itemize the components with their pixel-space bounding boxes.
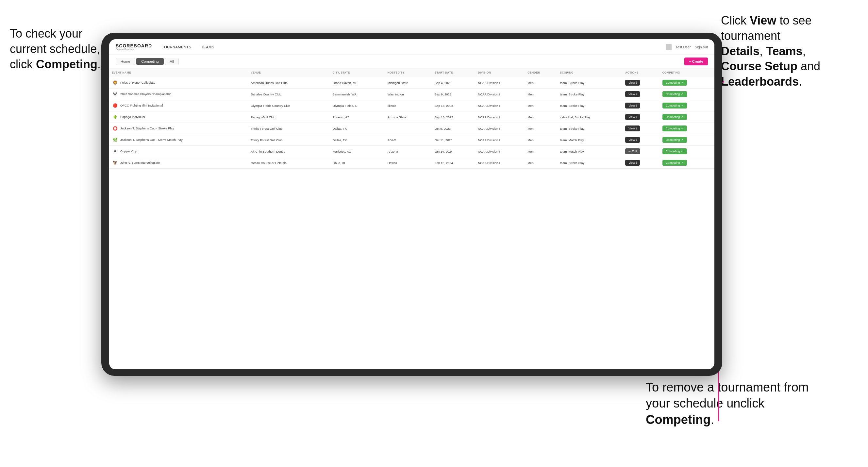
- gender-cell: Men: [525, 157, 557, 168]
- city-state-cell: Olympia Fields, IL: [330, 100, 385, 112]
- event-name-cell: 🌵Papago Individual: [109, 112, 248, 123]
- tab-competing[interactable]: Competing: [136, 58, 163, 65]
- navbar: SCOREBOARD Powered by clippi TOURNAMENTS…: [109, 39, 714, 55]
- scoring-cell: team, Stroke Play: [557, 157, 623, 168]
- event-name-cell: 🌿Jackson T. Stephens Cup - Men's Match P…: [109, 134, 248, 146]
- tab-home[interactable]: Home: [116, 58, 135, 65]
- city-state-cell: Maricopa, AZ: [330, 146, 385, 157]
- venue-cell: Sahalee Country Club: [248, 89, 330, 100]
- event-name: Copper Cup: [120, 149, 137, 153]
- nav-teams[interactable]: TEAMS: [201, 45, 214, 49]
- view-button[interactable]: View ℹ: [625, 137, 640, 143]
- tab-all[interactable]: All: [165, 58, 179, 65]
- team-logo: 🦁: [112, 80, 118, 86]
- col-actions: ACTIONS: [623, 68, 659, 77]
- team-logo: W: [112, 91, 118, 97]
- team-logo: 🌿: [112, 136, 118, 143]
- hosted-by-cell: ABAC: [385, 134, 432, 146]
- event-name: Jackson T. Stephens Cup - Men's Match Pl…: [120, 138, 183, 142]
- actions-cell: View ℹ: [623, 77, 659, 89]
- navbar-right: Test User Sign out: [666, 44, 708, 50]
- gender-cell: Men: [525, 77, 557, 89]
- competing-button[interactable]: Competing: [662, 91, 687, 97]
- city-state-cell: Dallas, TX: [330, 134, 385, 146]
- view-button[interactable]: View ℹ: [625, 80, 640, 86]
- hosted-by-cell: Arizona State: [385, 112, 432, 123]
- navbar-left: SCOREBOARD Powered by clippi TOURNAMENTS…: [116, 43, 214, 50]
- competing-cell: Competing: [660, 146, 714, 157]
- edit-button[interactable]: ✏ Edit: [625, 148, 640, 154]
- start-date-cell: Sep 18, 2023: [432, 112, 475, 123]
- division-cell: NCAA Division I: [475, 134, 525, 146]
- col-competing: COMPETING: [660, 68, 714, 77]
- view-button[interactable]: View ℹ: [625, 125, 640, 131]
- team-logo: 🔴: [112, 102, 118, 109]
- view-button[interactable]: View ℹ: [625, 160, 640, 166]
- start-date-cell: Feb 15, 2024: [432, 157, 475, 168]
- user-icon: [666, 44, 672, 50]
- scoring-cell: team, Stroke Play: [557, 89, 623, 100]
- team-logo: A: [112, 148, 118, 155]
- competing-cell: Competing: [660, 77, 714, 89]
- gender-cell: Men: [525, 123, 557, 134]
- gender-cell: Men: [525, 100, 557, 112]
- col-start-date: START DATE: [432, 68, 475, 77]
- logo-sub: Powered by clippi: [116, 48, 152, 50]
- event-name-cell: 🦅John A. Burns Intercollegiate: [109, 157, 248, 168]
- create-button[interactable]: + Create: [684, 58, 708, 65]
- competing-button[interactable]: Competing: [662, 137, 687, 143]
- table-row: 🦁Folds of Honor CollegiateAmerican Dunes…: [109, 77, 714, 89]
- annotation-top-right: Click View to see tournament Details, Te…: [721, 13, 858, 90]
- user-label: Test User: [676, 45, 690, 49]
- start-date-cell: Oct 9, 2023: [432, 123, 475, 134]
- gender-cell: Men: [525, 112, 557, 123]
- competing-button[interactable]: Competing: [662, 103, 687, 108]
- competing-button[interactable]: Competing: [662, 80, 687, 86]
- hosted-by-cell: Michigan State: [385, 77, 432, 89]
- venue-cell: Trinity Forest Golf Club: [248, 123, 330, 134]
- hosted-by-cell: [385, 123, 432, 134]
- competing-button[interactable]: Competing: [662, 125, 687, 131]
- event-name: OFCC Fighting Illini Invitational: [120, 103, 163, 107]
- competing-button[interactable]: Competing: [662, 148, 687, 154]
- table-row: 🌵Papago IndividualPapago Golf ClubPhoeni…: [109, 112, 714, 123]
- venue-cell: Ak-Chin Southern Dunes: [248, 146, 330, 157]
- scoring-cell: team, Stroke Play: [557, 100, 623, 112]
- division-cell: NCAA Division I: [475, 157, 525, 168]
- scoring-cell: individual, Stroke Play: [557, 112, 623, 123]
- table-body: 🦁Folds of Honor CollegiateAmerican Dunes…: [109, 77, 714, 168]
- competing-button[interactable]: Competing: [662, 114, 687, 120]
- venue-cell: Trinity Forest Golf Club: [248, 134, 330, 146]
- venue-cell: Ocean Course At Hokuala: [248, 157, 330, 168]
- team-logo: 🌵: [112, 114, 118, 120]
- logo-main: SCOREBOARD: [116, 43, 152, 48]
- col-scoring: SCORING: [557, 68, 623, 77]
- hosted-by-cell: Illinois: [385, 100, 432, 112]
- view-button[interactable]: View ℹ: [625, 103, 640, 108]
- competing-cell: Competing: [660, 100, 714, 112]
- scoring-cell: team, Stroke Play: [557, 123, 623, 134]
- col-gender: GENDER: [525, 68, 557, 77]
- col-venue: VENUE: [248, 68, 330, 77]
- sign-out-link[interactable]: Sign out: [695, 45, 708, 49]
- competing-button[interactable]: Competing: [662, 160, 687, 166]
- view-button[interactable]: View ℹ: [625, 91, 640, 97]
- view-button[interactable]: View ℹ: [625, 114, 640, 120]
- event-name-cell: ACopper Cup: [109, 146, 248, 157]
- actions-cell: View ℹ: [623, 134, 659, 146]
- competing-cell: Competing: [660, 89, 714, 100]
- table-row: 🌿Jackson T. Stephens Cup - Men's Match P…: [109, 134, 714, 146]
- table-row: W2023 Sahalee Players ChampionshipSahale…: [109, 89, 714, 100]
- actions-cell: View ℹ: [623, 157, 659, 168]
- col-hosted-by: HOSTED BY: [385, 68, 432, 77]
- start-date-cell: Oct 11, 2023: [432, 134, 475, 146]
- nav-tournaments[interactable]: TOURNAMENTS: [162, 45, 191, 49]
- venue-cell: American Dunes Golf Club: [248, 77, 330, 89]
- start-date-cell: Sep 15, 2023: [432, 100, 475, 112]
- hosted-by-cell: Arizona: [385, 146, 432, 157]
- team-logo: 🦅: [112, 159, 118, 166]
- tournaments-table-container: EVENT NAME VENUE CITY, STATE HOSTED BY S…: [109, 68, 714, 369]
- table-row: ⭕Jackson T. Stephens Cup - Stroke PlayTr…: [109, 123, 714, 134]
- city-state-cell: Phoenix, AZ: [330, 112, 385, 123]
- venue-cell: Olympia Fields Country Club: [248, 100, 330, 112]
